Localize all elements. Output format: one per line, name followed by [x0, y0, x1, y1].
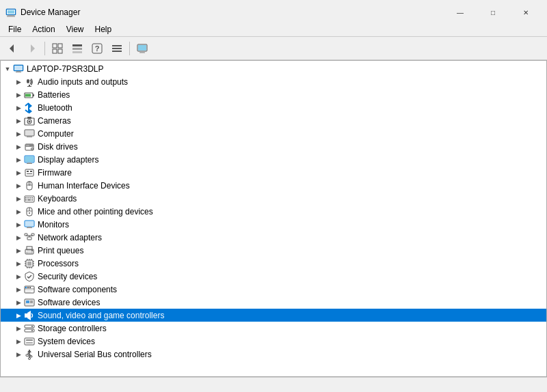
- svg-point-124: [29, 357, 31, 359]
- security-expand-icon[interactable]: ▶: [13, 271, 24, 282]
- monitor-button[interactable]: [133, 40, 152, 57]
- view1-button[interactable]: [48, 40, 67, 57]
- tree-item-security[interactable]: ▶ Security devices: [1, 270, 546, 283]
- system-expand-icon[interactable]: ▶: [13, 336, 24, 347]
- tree-item-disk[interactable]: ▶ Disk drives: [1, 140, 546, 153]
- svg-rect-8: [58, 44, 62, 48]
- svg-rect-17: [112, 48, 122, 49]
- tree-item-display[interactable]: ▶ Display adapters: [1, 153, 546, 166]
- root-expand-icon[interactable]: ▼: [2, 64, 13, 74]
- maximize-button[interactable]: □: [477, 3, 509, 22]
- svg-rect-54: [27, 173, 32, 174]
- processors-expand-icon[interactable]: ▶: [13, 258, 24, 269]
- svg-rect-20: [138, 45, 146, 51]
- display-label: Display adapters: [38, 155, 98, 165]
- svg-rect-103: [26, 290, 33, 291]
- audio-expand-icon[interactable]: ▶: [13, 76, 24, 87]
- svg-rect-7: [53, 44, 57, 48]
- sound-expand-icon[interactable]: ▶: [13, 310, 24, 321]
- svg-rect-116: [26, 339, 33, 341]
- tree-item-print[interactable]: ▶ Print queues: [1, 244, 546, 257]
- usb-label: Universal Serial Bus controllers: [38, 350, 152, 359]
- software-devices-label: Software devices: [38, 298, 100, 307]
- hid-expand-icon[interactable]: ▶: [13, 180, 24, 191]
- window-controls: — □ ✕: [444, 3, 542, 22]
- monitor-device-icon: [24, 219, 35, 230]
- view2-button[interactable]: [68, 40, 87, 57]
- computer-expand-icon[interactable]: ▶: [13, 128, 24, 139]
- keyboards-label: Keyboards: [38, 194, 77, 204]
- forward-button[interactable]: [23, 40, 42, 57]
- help-button[interactable]: ?: [88, 40, 107, 57]
- svg-rect-109: [25, 313, 27, 318]
- storage-label: Storage controllers: [38, 324, 107, 333]
- usb-expand-icon[interactable]: ▶: [13, 349, 24, 360]
- bluetooth-expand-icon[interactable]: ▶: [13, 102, 24, 113]
- security-label: Security devices: [38, 272, 97, 281]
- tree-item-sound[interactable]: ▶ Sound, video and game controllers: [1, 309, 546, 322]
- view3-button[interactable]: [107, 40, 126, 57]
- display-expand-icon[interactable]: ▶: [13, 154, 24, 165]
- keyboards-expand-icon[interactable]: ▶: [13, 193, 24, 204]
- minimize-button[interactable]: —: [444, 3, 476, 22]
- svg-rect-56: [29, 182, 30, 185]
- tree-item-bluetooth[interactable]: ▶ Bluetooth: [1, 101, 546, 114]
- menu-action[interactable]: Action: [27, 23, 60, 36]
- svg-point-83: [31, 250, 33, 251]
- svg-rect-9: [53, 49, 57, 53]
- software-components-expand-icon[interactable]: ▶: [13, 284, 24, 295]
- tree-item-mice[interactable]: ▶ Mice and other pointing devices: [1, 205, 546, 218]
- batteries-expand-icon[interactable]: ▶: [13, 89, 24, 100]
- menu-file[interactable]: File: [3, 23, 27, 36]
- tree-root[interactable]: ▼ LAPTOP-7PSR3DLP: [1, 62, 546, 75]
- tree-item-computer[interactable]: ▶ Computer: [1, 127, 546, 140]
- tree-item-usb[interactable]: ▶ Universal Serial Bus controllers: [1, 348, 546, 361]
- disk-expand-icon[interactable]: ▶: [13, 141, 24, 152]
- tree-item-batteries[interactable]: ▶ Batteries: [1, 88, 546, 101]
- view2-icon: [72, 43, 83, 54]
- svg-rect-22: [139, 52, 145, 53]
- tree-item-hid[interactable]: ▶ Human Interface Devices: [1, 179, 546, 192]
- cameras-expand-icon[interactable]: ▶: [13, 115, 24, 126]
- tree-item-network[interactable]: ▶ Network adapters: [1, 231, 546, 244]
- tree-item-cameras[interactable]: ▶ Cameras: [1, 114, 546, 127]
- battery-icon: [24, 89, 35, 100]
- tree-item-storage[interactable]: ▶ Storage controllers: [1, 322, 546, 335]
- print-icon: [24, 245, 35, 256]
- mice-expand-icon[interactable]: ▶: [13, 206, 24, 217]
- menu-help[interactable]: Help: [90, 23, 118, 36]
- tree-item-keyboards[interactable]: ▶ Keyboards: [1, 192, 546, 205]
- firmware-icon: [24, 167, 35, 178]
- disk-icon: [24, 141, 35, 152]
- firmware-expand-icon[interactable]: ▶: [13, 167, 24, 178]
- svg-rect-26: [16, 71, 21, 72]
- firmware-label: Firmware: [38, 168, 72, 178]
- storage-icon: [24, 323, 35, 334]
- window-title: Device Manager: [21, 8, 80, 17]
- storage-expand-icon[interactable]: ▶: [13, 323, 24, 334]
- svg-rect-1: [8, 15, 14, 16]
- back-icon: [7, 43, 18, 54]
- tree-item-audio[interactable]: ▶ Audio inputs and outputs: [1, 75, 546, 88]
- svg-rect-21: [140, 51, 144, 53]
- tree-item-software-components[interactable]: ▶ Software components: [1, 283, 546, 296]
- svg-rect-40: [25, 130, 34, 135]
- tree-item-monitors[interactable]: ▶ Monitors: [1, 218, 546, 231]
- svg-rect-41: [27, 136, 31, 137]
- batteries-label: Batteries: [38, 90, 70, 100]
- svg-rect-108: [30, 300, 33, 303]
- tree-item-system[interactable]: ▶ System devices: [1, 335, 546, 348]
- tree-item-processors[interactable]: ▶ Proces: [1, 257, 546, 270]
- device-tree[interactable]: ▼ LAPTOP-7PSR3DLP ▶: [1, 61, 546, 376]
- back-button[interactable]: [3, 40, 22, 57]
- software-devices-expand-icon[interactable]: ▶: [13, 297, 24, 308]
- menu-view[interactable]: View: [61, 23, 90, 36]
- monitors-expand-icon[interactable]: ▶: [13, 219, 24, 230]
- network-expand-icon[interactable]: ▶: [13, 232, 24, 243]
- close-button[interactable]: ✕: [510, 3, 542, 22]
- mice-label: Mice and other pointing devices: [38, 207, 153, 216]
- tree-item-software-devices[interactable]: ▶ Software devices: [1, 296, 546, 309]
- print-expand-icon[interactable]: ▶: [13, 245, 24, 256]
- tree-item-firmware[interactable]: ▶ Firmware: [1, 166, 546, 179]
- svg-rect-82: [27, 252, 32, 253]
